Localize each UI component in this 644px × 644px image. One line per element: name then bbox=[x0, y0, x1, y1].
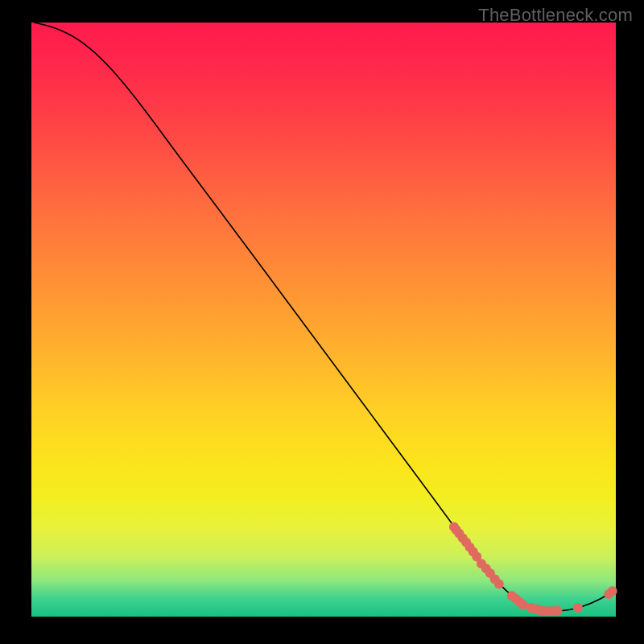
bottleneck-curve bbox=[35, 23, 613, 611]
scatter-point bbox=[494, 579, 504, 588]
chart-overlay bbox=[31, 23, 616, 617]
watermark-text: TheBottleneck.com bbox=[478, 5, 633, 26]
scatter-point bbox=[573, 603, 583, 613]
scatter-point bbox=[552, 606, 562, 616]
scatter-point bbox=[608, 586, 617, 596]
scatter-points-group bbox=[449, 522, 617, 617]
chart-container: TheBottleneck.com bbox=[0, 0, 644, 644]
